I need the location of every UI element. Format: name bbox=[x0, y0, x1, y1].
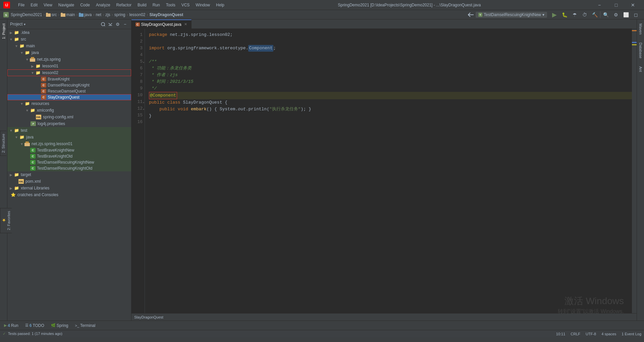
maven-tab[interactable]: Maven bbox=[638, 21, 643, 37]
tree-item-pomxml[interactable]: XML pom.xml bbox=[7, 178, 131, 185]
tree-item-testdamsel-new[interactable]: C TestDamselRescuingKnightNew bbox=[7, 159, 131, 165]
cmt-end: */ bbox=[149, 85, 157, 92]
code-line-10: @Component bbox=[149, 92, 632, 99]
minimize-button[interactable]: − bbox=[592, 0, 607, 10]
scroll-mark-annotation bbox=[632, 44, 637, 45]
tree-item-idea[interactable]: ▶ 📁 .idea bbox=[7, 29, 131, 36]
scroll-mark-keyword bbox=[632, 30, 637, 31]
maximize-button[interactable]: □ bbox=[608, 0, 624, 10]
file-tree: ▶ 📁 .idea ▼ 📁 src ▼ 📁 main bbox=[7, 29, 131, 321]
tree-item-test-package[interactable]: ▼ net.zjs.spring.lesson01 bbox=[7, 140, 131, 147]
project-panel-title[interactable]: Project ▾ bbox=[10, 22, 25, 26]
menu-help[interactable]: Help bbox=[213, 2, 227, 8]
ant-tab[interactable]: Ant bbox=[638, 64, 643, 75]
todo-tool-num: 6 bbox=[30, 323, 32, 328]
tree-item-package[interactable]: ▼ net.zjs.spring bbox=[7, 56, 131, 63]
status-line-ending[interactable]: CRLF bbox=[571, 332, 580, 336]
editor-scrollbar[interactable] bbox=[632, 29, 637, 313]
build-button[interactable]: 🔨 bbox=[590, 10, 599, 19]
menu-navigate[interactable]: Navigate bbox=[56, 2, 77, 8]
tree-item-rescuedamselquest[interactable]: C RescueDamselQuest bbox=[7, 88, 131, 94]
debug-button[interactable]: 🐛 bbox=[560, 10, 569, 19]
menu-file[interactable]: File bbox=[15, 2, 27, 8]
tree-item-target[interactable]: ▶ 📁 target bbox=[7, 171, 131, 178]
tree-item-slaydragonquest[interactable]: C SlayDragonQuest bbox=[7, 94, 131, 100]
tree-item-testbraveknight-old[interactable]: C TestBraveKnightOld bbox=[7, 153, 131, 159]
tree-item-braveknight[interactable]: C BraveKnight bbox=[7, 76, 131, 82]
tree-item-testdamsel-old[interactable]: C TestDamselRescuingKnightOld bbox=[7, 165, 131, 171]
arrow-resources: ▼ bbox=[19, 102, 24, 106]
line-num-6: 6 bbox=[131, 65, 143, 72]
folder-icon-extlibs: 📁 bbox=[13, 185, 19, 191]
tree-item-test[interactable]: ▼ 📁 test bbox=[7, 127, 131, 134]
menu-build[interactable]: Build bbox=[135, 2, 149, 8]
bc-zjs[interactable]: zjs bbox=[105, 12, 110, 17]
tree-item-external-libs[interactable]: ▶ 📁 xternal Libraries bbox=[7, 185, 131, 191]
line-numbers: 1 2 3 4 5 ▾ 6 7 8 9 10 11 ▾ 12 ▾ bbox=[131, 29, 145, 313]
run-config-label: TestDamselRescuingKnightNew bbox=[484, 12, 541, 17]
code-content[interactable]: package net.zjs.spring.lesson02; import … bbox=[145, 29, 632, 313]
menu-analyze[interactable]: Analyze bbox=[93, 2, 113, 8]
bc-net[interactable]: net bbox=[96, 12, 101, 17]
tree-item-resources[interactable]: ▼ 📁 resources bbox=[7, 100, 131, 107]
project-tab[interactable]: 1: Project bbox=[1, 21, 6, 42]
todo-tool-button[interactable]: ☰ 6 TODO bbox=[22, 323, 47, 329]
bc-src[interactable]: src bbox=[51, 12, 57, 17]
status-position[interactable]: 10:11 bbox=[556, 332, 566, 336]
editor-tab-slaydragonquest[interactable]: C SlayDragonQuest.java ✕ bbox=[131, 19, 192, 29]
search-everywhere-button[interactable]: 🔍 bbox=[601, 10, 610, 19]
bc-lesson02[interactable]: lesson02 bbox=[129, 12, 145, 17]
status-indent[interactable]: 4 spaces bbox=[601, 332, 616, 336]
menu-edit[interactable]: Edit bbox=[28, 2, 40, 8]
menu-refactor[interactable]: Refactor bbox=[114, 2, 134, 8]
close-button[interactable]: ✕ bbox=[625, 0, 641, 10]
bc-spring[interactable]: spring bbox=[114, 12, 125, 17]
structure-tab[interactable]: 2: Structure bbox=[0, 131, 6, 156]
expand-button[interactable]: ⬜ bbox=[621, 10, 631, 19]
menu-run[interactable]: Run bbox=[150, 2, 163, 8]
tab-close-slay[interactable]: ✕ bbox=[184, 22, 187, 26]
bc-main[interactable]: main bbox=[66, 12, 75, 17]
status-encoding[interactable]: UTF-8 bbox=[586, 332, 596, 336]
terminal-tool-button[interactable]: >_ Terminal bbox=[72, 323, 98, 329]
app-logo: IJ bbox=[3, 2, 10, 8]
menu-code[interactable]: Code bbox=[77, 2, 93, 8]
database-tab[interactable]: Database bbox=[638, 40, 643, 61]
collapse-all-button[interactable] bbox=[107, 21, 114, 27]
svg-text:P: P bbox=[33, 123, 34, 125]
code-line-16 bbox=[149, 119, 632, 126]
tree-item-lesson02[interactable]: ▼ 📁 lesson02 bbox=[7, 69, 131, 76]
tree-item-xmlconfig[interactable]: ▼ 📁 xmlconfig bbox=[7, 107, 131, 114]
run-tool-button[interactable]: ▶ 4 Run bbox=[1, 323, 21, 329]
favorites-tab[interactable]: ★ 2: Favorites bbox=[0, 208, 12, 233]
run-config-selector[interactable]: T TestDamselRescuingKnightNew ▾ bbox=[476, 12, 547, 18]
tree-item-src[interactable]: ▼ 📁 src bbox=[7, 36, 131, 43]
locate-file-button[interactable] bbox=[100, 21, 106, 27]
panel-hide-button[interactable]: − bbox=[122, 21, 128, 27]
layout-button[interactable]: ◻ bbox=[631, 10, 641, 19]
tree-item-test-java[interactable]: ▼ 📁 java bbox=[7, 134, 131, 140]
coverage-button[interactable]: ☂ bbox=[570, 10, 579, 19]
event-log-button[interactable]: 1 Event Log bbox=[622, 332, 641, 336]
profile-button[interactable]: ⏱ bbox=[580, 10, 589, 19]
tree-item-java[interactable]: ▼ 📁 java bbox=[7, 49, 131, 56]
spring-tool-button[interactable]: 🌿 Spring bbox=[48, 323, 71, 329]
pkg-name: net.zjs.spring.lesson02; bbox=[170, 32, 232, 38]
menu-vcs[interactable]: VCS bbox=[179, 2, 193, 8]
bc-project[interactable]: SpringDemo2021 bbox=[11, 12, 42, 17]
tree-item-testbraveknight-new[interactable]: C TestBraveKnightNew bbox=[7, 147, 131, 153]
tree-item-log4j[interactable]: P log4j.properties bbox=[7, 120, 131, 127]
menu-view[interactable]: View bbox=[41, 2, 55, 8]
tree-item-main[interactable]: ▼ 📁 main bbox=[7, 43, 131, 49]
nav-back-icon[interactable] bbox=[468, 11, 474, 18]
settings-button[interactable]: ⚙ bbox=[611, 10, 621, 19]
tree-item-spring-config[interactable]: XML spring-config.xml bbox=[7, 114, 131, 120]
bc-java[interactable]: java bbox=[84, 12, 92, 17]
tree-item-lesson01[interactable]: ▶ 📁 lesson01 bbox=[7, 63, 131, 69]
tree-item-damselrescuingknight[interactable]: C DamselRescuingKnight bbox=[7, 82, 131, 88]
run-button[interactable]: ▶ bbox=[550, 10, 559, 19]
panel-settings-button[interactable]: ⚙ bbox=[114, 21, 121, 27]
menu-tools[interactable]: Tools bbox=[163, 2, 178, 8]
menu-window[interactable]: Window bbox=[193, 2, 213, 8]
tree-item-scratches[interactable]: ⭐ cratches and Consoles bbox=[7, 191, 131, 198]
